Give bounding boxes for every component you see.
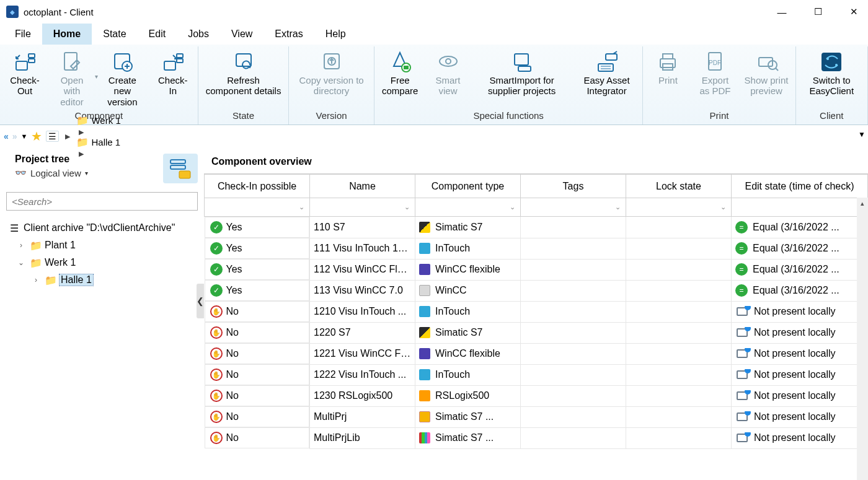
menu-edit[interactable]: Edit — [138, 24, 177, 45]
not-present-icon — [735, 327, 749, 338]
nav-history-dropdown[interactable]: ▼ — [21, 133, 28, 140]
column-filter[interactable]: ⌄ — [521, 198, 626, 217]
maximize-button[interactable]: ☐ — [810, 4, 826, 20]
component-type-icon — [419, 369, 430, 380]
ribbon-icon — [110, 50, 135, 74]
column-header[interactable]: Lock state — [626, 175, 732, 198]
svg-rect-17 — [606, 54, 617, 60]
tree-root[interactable]: ☰Client archive "D:\vdClientArchive" — [9, 219, 203, 237]
ribbon-refresh-component-details[interactable]: Refresh component details — [201, 48, 286, 98]
ribbon-icon — [388, 50, 412, 74]
breadcrumb-item[interactable]: 📁Halle 1 — [76, 136, 120, 148]
column-header[interactable]: Edit state (time of check) — [732, 175, 868, 198]
cell-checkin: No — [226, 390, 239, 401]
table-row[interactable]: ✋No1210 Visu InTouch ...InTouchNot prese… — [205, 301, 868, 322]
cell-name: 1221 Visu WinCC Fl... — [310, 343, 415, 364]
table-row[interactable]: ✋No1220 S7Simatic S7Not present locally — [205, 322, 868, 343]
menu-state[interactable]: State — [92, 24, 137, 45]
ribbon-create-new-version[interactable]: Create new version — [97, 48, 148, 109]
view-list-icon[interactable]: ☰ — [46, 131, 59, 142]
tree-item[interactable]: ›📁Plant 1 — [9, 237, 203, 254]
expander-icon[interactable]: ⌄ — [16, 258, 26, 267]
ribbon-label: Smart view — [430, 75, 467, 97]
expander-icon[interactable]: › — [31, 276, 41, 284]
breadcrumb-chevron[interactable]: ▶ — [76, 128, 86, 136]
search-container — [6, 192, 198, 211]
ribbon-open-with-editor: Open with editor▾ — [50, 48, 94, 109]
column-filter[interactable]: ⌄ — [626, 198, 732, 217]
nav-back-icon[interactable]: « — [4, 131, 9, 141]
menu-extras[interactable]: Extras — [264, 24, 314, 45]
tree-label: Client archive "D:\vdClientArchive" — [24, 222, 175, 233]
ribbon-icon — [60, 50, 84, 74]
vertical-scrollbar[interactable]: ▴ — [857, 198, 868, 480]
column-header[interactable]: Tags — [521, 175, 626, 198]
column-header[interactable]: Name — [310, 175, 415, 198]
ribbon-smartimport-for-supplier-projects[interactable]: SmartImport for supplier projects — [473, 48, 571, 98]
ribbon-icon — [595, 50, 619, 74]
status-no-icon: ✋ — [210, 305, 223, 318]
ribbon-label: Easy Asset Integrator — [577, 75, 637, 97]
ribbon-switch-to-easyclient[interactable]: Switch to EasyClient — [799, 48, 865, 98]
archive-icon: ☰ — [9, 222, 20, 234]
table-row[interactable]: ✓Yes112 Visu WinCC Fle...WinCC flexible=… — [205, 259, 868, 280]
cell-lock — [626, 427, 732, 448]
cell-lock — [626, 322, 732, 343]
table-row[interactable]: ✋No1230 RSLogix500RSLogix500Not present … — [205, 385, 868, 406]
breadcrumb-item[interactable]: 📁Werk 1 — [76, 115, 120, 126]
cell-lock — [626, 385, 732, 406]
not-present-icon — [735, 411, 749, 422]
table-row[interactable]: ✋NoMultiPrjLibSimatic S7 ...Not present … — [205, 427, 868, 448]
tree-item[interactable]: ⌄📁Werk 1 — [9, 254, 203, 271]
column-filter[interactable]: ⌄ — [310, 198, 415, 217]
table-row[interactable]: ✋NoMultiPrjSimatic S7 ...Not present loc… — [205, 406, 868, 427]
menu-help[interactable]: Help — [314, 24, 357, 45]
ribbon-group-label: State — [201, 109, 286, 123]
cell-ctype: Simatic S7 ... — [435, 411, 494, 422]
svg-rect-31 — [179, 171, 190, 178]
nav-forward-icon[interactable]: » — [12, 131, 17, 141]
folder-icon: 📁 — [30, 240, 41, 251]
server-client-icon[interactable] — [163, 154, 198, 183]
menu-file[interactable]: File — [4, 24, 42, 45]
column-filter[interactable]: ⌄ — [205, 198, 310, 217]
ribbon-check-in[interactable]: Check-In — [151, 48, 195, 98]
breadcrumb-chevron[interactable]: ▶ — [76, 150, 86, 157]
cell-edit: Not present locally — [754, 306, 836, 317]
column-header[interactable]: Check-In possible — [205, 175, 310, 198]
ribbon-label: Switch to EasyClient — [802, 75, 861, 97]
table-row[interactable]: ✓Yes110 S7Simatic S7=Equal (3/16/2022 ..… — [205, 217, 868, 238]
favorite-icon[interactable]: ★ — [31, 129, 42, 144]
table-row[interactable]: ✓Yes113 Visu WinCC 7.0WinCC=Equal (3/16/… — [205, 280, 868, 301]
ribbon-group-label: Special functions — [377, 109, 640, 123]
view-label[interactable]: Logical view — [30, 168, 81, 178]
status-no-icon: ✋ — [210, 390, 223, 402]
menu-view[interactable]: View — [220, 24, 264, 45]
expander-icon[interactable]: › — [16, 241, 26, 250]
column-header[interactable]: Component type — [415, 175, 521, 198]
cell-ctype: Simatic S7 — [435, 222, 482, 233]
minimize-button[interactable]: — — [774, 4, 790, 20]
menu-home[interactable]: Home — [42, 24, 92, 45]
view-dropdown-icon[interactable]: ▾ — [85, 170, 88, 177]
sidebar-collapse-handle[interactable]: ❮ — [197, 284, 204, 318]
cell-checkin: No — [226, 306, 239, 317]
ribbon-easy-asset-integrator[interactable]: Easy Asset Integrator — [574, 48, 640, 98]
tree-item[interactable]: ›📁Halle 1 — [9, 271, 203, 289]
column-filter[interactable]: ⌄ — [415, 198, 521, 217]
search-input[interactable] — [6, 192, 198, 211]
ribbon-free-compare[interactable]: Free compare — [377, 48, 423, 98]
cell-name: MultiPrj — [310, 406, 415, 427]
tree-label: Plant 1 — [45, 240, 76, 251]
table-row[interactable]: ✓Yes111 Visu InTouch 10.0InTouch=Equal (… — [205, 238, 868, 259]
close-button[interactable]: ✕ — [846, 4, 862, 20]
component-grid[interactable]: Check-In possibleNameComponent typeTagsL… — [204, 173, 868, 480]
project-tree[interactable]: ☰Client archive "D:\vdClientArchive"›📁Pl… — [0, 216, 204, 289]
menu-jobs[interactable]: Jobs — [177, 24, 220, 45]
table-row[interactable]: ✋No1222 Visu InTouch ...InTouchNot prese… — [205, 364, 868, 385]
ribbon-check-out[interactable]: Check-Out — [2, 48, 47, 98]
component-type-icon — [419, 348, 430, 359]
table-row[interactable]: ✋No1221 Visu WinCC Fl...WinCC flexibleNo… — [205, 343, 868, 364]
column-filter[interactable]: ⌄ — [732, 198, 868, 217]
breadcrumb-overflow-dropdown[interactable]: ▼ — [858, 130, 866, 139]
